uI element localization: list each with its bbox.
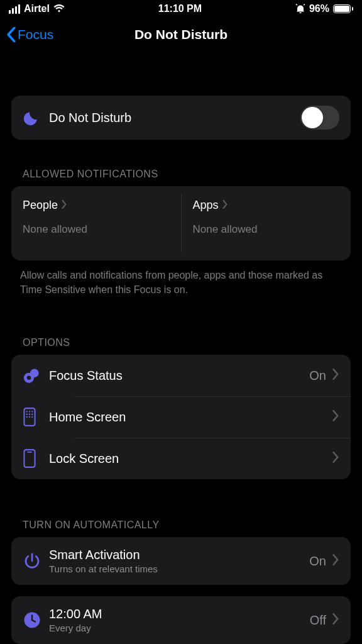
alarm-icon [295, 4, 305, 14]
svg-point-8 [29, 414, 30, 415]
nav-header: Focus Do Not Disturb [0, 18, 362, 52]
options-card: Focus Status On Home Screen Lock Scree [11, 355, 351, 479]
allowed-desc: Allow calls and notifications from peopl… [11, 260, 351, 297]
chevron-right-icon [332, 554, 339, 568]
schedule-title: 12:00 AM [49, 607, 310, 621]
focus-status-value: On [309, 369, 326, 383]
home-screen-row[interactable]: Home Screen [11, 396, 351, 438]
chevron-right-icon [332, 369, 339, 382]
options-header: OPTIONS [11, 337, 351, 355]
lock-screen-icon [23, 449, 49, 468]
allowed-people-sub: None allowed [23, 223, 170, 236]
allowed-apps-sub: None allowed [193, 223, 340, 236]
svg-point-6 [31, 411, 33, 413]
allowed-people-title: People [23, 199, 58, 212]
status-bar: Airtel 11:10 PM 96% [0, 0, 362, 18]
focus-status-title: Focus Status [49, 369, 309, 383]
schedule-sub: Every day [49, 623, 310, 633]
svg-point-2 [26, 375, 31, 380]
auto-header: TURN ON AUTOMATICALLY [11, 519, 351, 537]
wifi-icon [53, 4, 65, 13]
power-icon [23, 552, 49, 570]
page-title: Do Not Disturb [0, 27, 362, 42]
svg-point-7 [26, 414, 28, 415]
chevron-right-icon [222, 199, 228, 212]
svg-point-11 [29, 416, 30, 418]
signal-icon [9, 4, 20, 14]
battery-percent: 96% [309, 3, 329, 14]
moon-icon [23, 109, 49, 126]
smart-activation-value: On [309, 554, 326, 569]
svg-point-10 [26, 416, 28, 418]
dnd-toggle-row[interactable]: Do Not Disturb [11, 96, 351, 140]
dnd-label: Do Not Disturb [49, 111, 300, 125]
svg-point-5 [29, 411, 30, 413]
allowed-card: People None allowed Apps None allowed [11, 186, 351, 260]
clock-icon [23, 611, 49, 630]
schedule-card: 12:00 AM Every day Off [11, 596, 351, 644]
back-button[interactable]: Focus [6, 27, 53, 42]
chevron-right-icon [332, 410, 339, 424]
chevron-right-icon [332, 613, 339, 627]
home-screen-icon [23, 408, 49, 426]
smart-activation-row[interactable]: Smart Activation Turns on at relevant ti… [11, 537, 351, 585]
back-label: Focus [18, 27, 53, 42]
smart-activation-sub: Turns on at relevant times [49, 564, 309, 574]
carrier-label: Airtel [24, 3, 50, 14]
lock-screen-row[interactable]: Lock Screen [11, 438, 351, 479]
home-screen-title: Home Screen [49, 410, 332, 425]
status-time: 11:10 PM [158, 3, 202, 14]
battery-icon [333, 4, 353, 13]
dnd-card: Do Not Disturb [11, 96, 351, 140]
smart-activation-title: Smart Activation [49, 548, 309, 562]
status-right: 96% [295, 3, 353, 14]
allowed-header: ALLOWED NOTIFICATIONS [11, 169, 351, 186]
svg-point-4 [26, 411, 28, 413]
focus-status-icon [23, 366, 49, 385]
allowed-apps[interactable]: Apps None allowed [182, 186, 351, 260]
allowed-people[interactable]: People None allowed [11, 186, 181, 260]
dnd-switch[interactable] [300, 106, 339, 130]
allowed-apps-title: Apps [193, 199, 219, 212]
schedule-row[interactable]: 12:00 AM Every day Off [11, 596, 351, 644]
status-left: Airtel [9, 3, 65, 14]
chevron-right-icon [332, 452, 339, 465]
svg-point-9 [31, 414, 33, 415]
chevron-right-icon [62, 199, 67, 212]
schedule-value: Off [310, 613, 326, 628]
smart-activation-card: Smart Activation Turns on at relevant ti… [11, 537, 351, 585]
focus-status-row[interactable]: Focus Status On [11, 355, 351, 396]
lock-screen-title: Lock Screen [49, 452, 332, 466]
svg-point-12 [31, 416, 33, 418]
